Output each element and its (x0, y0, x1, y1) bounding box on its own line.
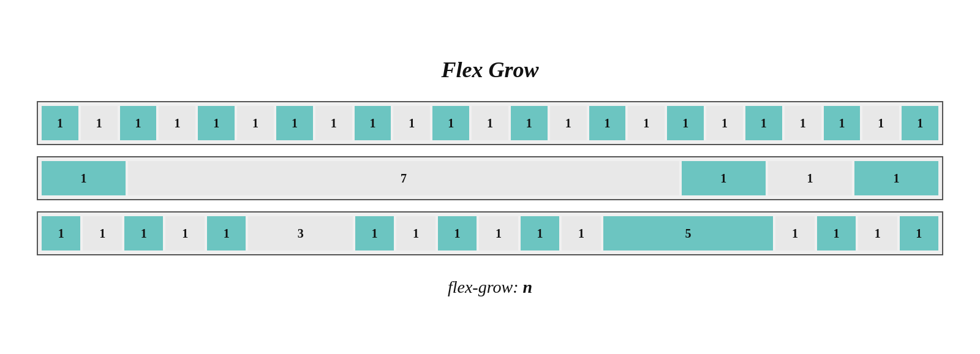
row1-item-5: 1 (198, 106, 235, 140)
row3-item-6: 3 (248, 216, 352, 250)
row1-item-15: 1 (589, 106, 626, 140)
row1-item-6: 1 (237, 106, 274, 140)
row1-item-3: 1 (120, 106, 157, 140)
flex-row-1: 11111111111111111111111 (37, 101, 943, 145)
row3-item-2: 1 (83, 216, 121, 250)
row2-item-4: 1 (768, 161, 852, 195)
row3-item-8: 1 (396, 216, 435, 250)
footer-bold: n (523, 277, 533, 296)
row2-item-3: 1 (682, 161, 766, 195)
row1-item-9: 1 (355, 106, 391, 140)
row3-item-4: 1 (165, 216, 204, 250)
row1-item-10: 1 (393, 106, 430, 140)
row3-item-7: 1 (355, 216, 394, 250)
row1-item-4: 1 (159, 106, 195, 140)
row1-item-12: 1 (472, 106, 508, 140)
row3-item-16: 1 (858, 216, 897, 250)
row3-item-5: 1 (207, 216, 246, 250)
page-title: Flex Grow (441, 57, 538, 83)
row1-item-14: 1 (550, 106, 587, 140)
row1-item-7: 1 (276, 106, 313, 140)
row3-item-12: 1 (562, 216, 600, 250)
row1-item-2: 1 (81, 106, 118, 140)
row2-item-5: 1 (854, 161, 938, 195)
row3-item-14: 1 (775, 216, 814, 250)
row1-item-17: 1 (667, 106, 704, 140)
row1-item-16: 1 (628, 106, 665, 140)
row3-item-9: 1 (438, 216, 477, 250)
row2-item-2: 7 (128, 161, 679, 195)
row1-item-20: 1 (785, 106, 821, 140)
flex-row-3: 11111311111151111 (37, 211, 943, 255)
row1-item-21: 1 (824, 106, 861, 140)
footer-label: flex-grow: n (448, 277, 532, 297)
row1-item-23: 1 (902, 106, 938, 140)
row1-item-1: 1 (42, 106, 78, 140)
row1-item-13: 1 (511, 106, 548, 140)
row1-item-8: 1 (315, 106, 352, 140)
footer-text: flex-grow: (448, 277, 523, 296)
row3-item-15: 1 (817, 216, 856, 250)
row3-item-1: 1 (42, 216, 80, 250)
row1-item-22: 1 (862, 106, 899, 140)
row1-item-18: 1 (706, 106, 743, 140)
row3-item-11: 1 (521, 216, 559, 250)
row1-item-19: 1 (745, 106, 782, 140)
row3-item-3: 1 (124, 216, 163, 250)
row1-item-11: 1 (432, 106, 469, 140)
row3-item-10: 1 (479, 216, 518, 250)
row3-item-13: 5 (603, 216, 773, 250)
flex-row-2: 17111 (37, 156, 943, 200)
row2-item-1: 1 (42, 161, 126, 195)
row3-item-17: 1 (900, 216, 938, 250)
